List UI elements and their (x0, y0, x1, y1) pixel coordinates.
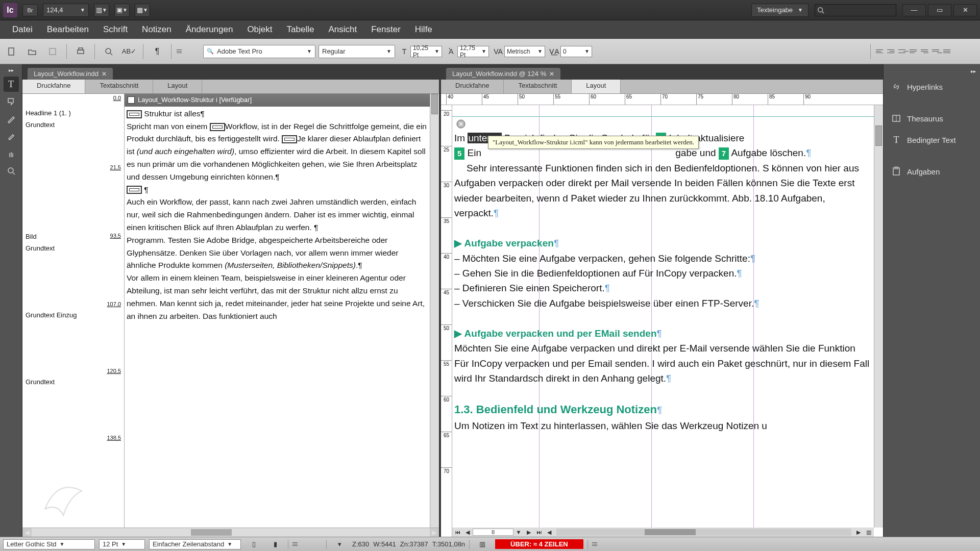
screen-mode-icon[interactable]: ▣▼ (114, 4, 130, 17)
status-font-dropdown[interactable]: Letter Gothic Std▼ (3, 539, 95, 549)
font-family-dropdown[interactable]: 🔍Adobe Text Pro ▼ (203, 45, 315, 58)
align-justify-right-button[interactable] (932, 47, 942, 56)
new-doc-icon[interactable] (3, 44, 20, 59)
status-menu-2-icon[interactable] (592, 542, 597, 547)
position-tool[interactable] (4, 111, 19, 127)
menu-schrift[interactable]: Schrift (96, 21, 135, 38)
view-tab-layout[interactable]: Layout (153, 80, 202, 93)
page-dropdown-icon[interactable]: ▼ (513, 529, 524, 535)
control-menu-icon[interactable] (177, 49, 182, 54)
window-close-button[interactable]: ✕ (953, 4, 977, 16)
svg-rect-11 (893, 115, 900, 121)
panel-thesaurus[interactable]: Thesaurus (884, 108, 980, 129)
menu-objekt[interactable]: Objekt (240, 21, 279, 38)
save-doc-icon[interactable] (44, 44, 61, 59)
scroll-right-icon[interactable]: ▶ (430, 528, 439, 537)
close-icon[interactable]: ✕ (102, 70, 107, 78)
page-number-field[interactable]: 8 (473, 529, 513, 536)
leading-field[interactable]: 12,75 Pt▼ (457, 46, 489, 57)
align-justify-left-button[interactable] (910, 47, 920, 56)
galley-text-column[interactable]: Layout_Workflow-Struktur i [Verfügbar] S… (125, 94, 430, 528)
type-tool[interactable]: T (4, 77, 19, 92)
spellcheck-icon[interactable]: AB✓ (120, 44, 138, 59)
eyedropper-tool[interactable] (4, 129, 19, 144)
status-column-1-icon[interactable]: ▯ (245, 537, 262, 552)
font-style-dropdown[interactable]: Regular▼ (318, 45, 395, 58)
help-search-input[interactable] (815, 4, 896, 16)
panel-hyperlinks[interactable]: Hyperlinks (884, 76, 980, 97)
split-view-icon[interactable]: ▥ (864, 529, 874, 536)
hand-tool[interactable] (4, 146, 19, 161)
view-tab-druckfahne-r[interactable]: Druckfahne (441, 80, 504, 93)
tracking-field[interactable]: 0▼ (560, 46, 592, 57)
status-size-dropdown[interactable]: 12 Pt▼ (99, 539, 145, 549)
view-options-1-icon[interactable]: ▥▼ (94, 4, 109, 17)
scroll-right-button[interactable]: ▶ (853, 529, 864, 536)
window-minimize-button[interactable]: — (902, 4, 926, 16)
find-icon[interactable] (100, 44, 117, 59)
view-tab-layout-r[interactable]: Layout (572, 80, 621, 93)
page-canvas[interactable]: "Layout_Workflow-Struktur i.icml" kann v… (452, 105, 874, 528)
menu-notizen[interactable]: Notizen (135, 21, 179, 38)
view-tab-textabschnitt-r[interactable]: Textabschnitt (504, 80, 572, 93)
vertical-ruler[interactable]: 20 25 30 35 40 45 50 55 60 65 70 (441, 105, 452, 537)
vertical-scrollbar[interactable] (430, 94, 439, 528)
view-tab-textabschnitt[interactable]: Textabschnitt (85, 80, 153, 93)
menu-tabelle[interactable]: Tabelle (280, 21, 322, 38)
bridge-button[interactable]: Br (22, 4, 38, 16)
horizontal-scrollbar-left[interactable]: ◀ ▶ (22, 528, 439, 537)
open-doc-icon[interactable] (23, 44, 41, 59)
align-right-button[interactable] (898, 47, 909, 56)
scroll-left-button[interactable]: ◀ (544, 529, 554, 536)
horizontal-ruler[interactable]: 40 45 50 55 60 65 70 75 80 85 90 (441, 94, 883, 105)
note-tool[interactable] (4, 94, 19, 109)
menu-ansicht[interactable]: Ansicht (321, 21, 364, 38)
overset-indicator[interactable]: ÜBER: ≈ 4 ZEILEN (495, 539, 583, 549)
window-maximize-button[interactable]: ▭ (928, 4, 951, 16)
menu-hilfe[interactable]: Hilfe (408, 21, 439, 38)
align-justify-all-button[interactable] (943, 47, 953, 56)
story-checkbox-icon[interactable] (128, 96, 135, 104)
zoom-dropdown[interactable]: 124,4▼ (43, 4, 89, 17)
align-justify-center-button[interactable] (921, 47, 931, 56)
story-header[interactable]: Layout_Workflow-Struktur i [Verfügbar] (125, 94, 430, 107)
status-menu-icon[interactable] (292, 542, 298, 547)
panel-bedingter-text[interactable]: T Bedingter Text (884, 129, 980, 151)
kerning-icon: VA (492, 46, 504, 57)
show-hidden-icon[interactable]: ¶ (149, 44, 166, 59)
menu-bearbeiten[interactable]: Bearbeiten (40, 21, 96, 38)
workspace-switcher[interactable]: Texteingabe▼ (751, 4, 808, 17)
align-center-button[interactable] (887, 47, 897, 56)
view-tab-druckfahne[interactable]: Druckfahne (22, 80, 85, 93)
doc-tab-left[interactable]: Layout_Workflow.indd ✕ (28, 68, 113, 80)
status-info-icon[interactable]: ▾ (331, 537, 348, 552)
collapse-tools-icon[interactable]: ▸▸ (7, 67, 15, 72)
horizontal-scrollbar-r[interactable] (556, 529, 851, 536)
arrange-docs-icon[interactable]: ▦▼ (135, 4, 150, 17)
copyfit-progress-icon[interactable]: ▥ (474, 537, 491, 552)
status-spacing-dropdown[interactable]: Einfacher Zeilenabstand▼ (149, 539, 241, 549)
panel-aufgaben[interactable]: Aufgaben (884, 161, 980, 182)
text-frame-content[interactable]: Im unteren Bereich finden Sie die Symbol… (454, 131, 872, 433)
vertical-scrollbar-r[interactable] (874, 105, 883, 528)
align-left-button[interactable] (876, 47, 886, 56)
font-size-field[interactable]: 10,25 Pt▼ (410, 46, 442, 57)
menu-datei[interactable]: Datei (5, 21, 40, 38)
zoom-tool[interactable] (4, 163, 19, 179)
menu-aenderungen[interactable]: Änderungen (179, 21, 240, 38)
scroll-left-icon[interactable]: ◀ (22, 528, 32, 537)
last-page-button[interactable]: ⏭ (534, 529, 544, 535)
kerning-mode-dropdown[interactable]: Metrisch▼ (504, 46, 545, 57)
collapse-dock-icon[interactable]: ▸▸ (884, 68, 980, 76)
prev-page-button[interactable]: ◀ (462, 529, 473, 536)
status-column-2-icon[interactable]: ▮ (266, 537, 284, 552)
print-icon[interactable] (72, 44, 89, 59)
menu-fenster[interactable]: Fenster (364, 21, 408, 38)
view-tabs-right: Druckfahne Textabschnitt Layout (441, 80, 883, 94)
close-icon[interactable]: ✕ (549, 70, 554, 78)
layout-view: 40 45 50 55 60 65 70 75 80 85 90 20 (441, 94, 883, 537)
doc-tab-right[interactable]: Layout_Workflow.indd @ 124 % ✕ (446, 68, 560, 80)
next-page-button[interactable]: ▶ (524, 529, 534, 536)
first-page-button[interactable]: ⏮ (452, 529, 462, 535)
svg-line-9 (13, 172, 15, 174)
